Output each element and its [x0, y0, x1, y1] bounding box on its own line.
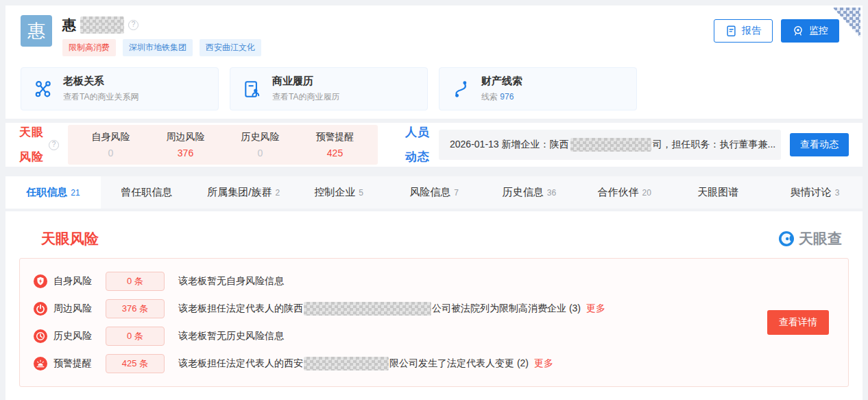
power-icon: [34, 302, 47, 316]
stat-label: 自身风险: [73, 131, 148, 143]
tab-count: 3: [835, 188, 840, 198]
tag-xian-qujiang-culture[interactable]: 西安曲江文化: [200, 39, 261, 56]
clue-icon: [452, 80, 471, 99]
profile-tab-bar: 任职信息21 曾任职信息 所属集团/族群2 控制企业5 风险信息7 历史信息36…: [5, 176, 863, 209]
tab-count: 36: [547, 188, 556, 198]
tab-group-affiliation[interactable]: 所属集团/族群2: [196, 176, 291, 209]
tianyancha-eye-icon: [779, 231, 794, 246]
tab-count: 5: [359, 188, 363, 198]
tianyan-risk-logo: 天眼 风险: [19, 114, 44, 176]
promo-card-text: 商业履历 查看TA的商业履历: [272, 75, 339, 103]
risk-text-prefix: 该老板暂无自身风险信息: [178, 275, 284, 287]
tianyan-risk-logo-line2: 风险: [19, 151, 44, 163]
tab-count: 21: [71, 188, 80, 198]
risk-row-text: 该老板暂无历史风险信息: [178, 330, 284, 342]
tab-controlled-companies[interactable]: 控制企业5: [291, 176, 387, 209]
tab-count: 2: [275, 188, 280, 198]
risk-text-prefix: 该老板担任法定代表人的西安: [178, 357, 303, 370]
redacted-company-blur: [304, 357, 389, 370]
stat-history-risk[interactable]: 历史风险 0: [223, 131, 298, 158]
alarm-icon: [34, 357, 47, 370]
promo-card-title: 老板关系: [63, 75, 138, 88]
monitor-button[interactable]: 监控: [781, 19, 839, 43]
risk-row-peripheral: 周边风险 376 条 该老板担任法定代表人的陕西 公司被法院列为限制高消费企业 …: [34, 295, 684, 322]
view-dynamics-button[interactable]: 查看动态: [790, 133, 849, 156]
content-head: 天眼风险 天眼查: [5, 229, 863, 248]
shield-bolt-icon: [34, 274, 47, 288]
tab-label: 天眼图谱: [697, 186, 738, 199]
dynamics-news-prefix: 2026-01-13 新增企业：陕西: [450, 139, 569, 151]
redacted-company-blur: [570, 138, 651, 152]
tags-row: 限制高消费 深圳市地铁集团 西安曲江文化: [62, 39, 261, 56]
tab-label: 历史信息: [503, 186, 544, 199]
more-link[interactable]: 更多: [534, 357, 553, 370]
redacted-company-blur: [304, 302, 431, 316]
report-document-icon: [725, 25, 737, 37]
risk-help-icon[interactable]: ?: [49, 140, 59, 150]
tab-risk-info[interactable]: 风险信息7: [387, 176, 482, 209]
risk-summary-band: 天眼 风险 ? 自身风险 0 周边风险 376 历史风险 0 预警提醒 425 …: [5, 123, 863, 167]
view-details-button[interactable]: 查看详情: [767, 310, 829, 335]
more-link[interactable]: 更多: [586, 303, 605, 315]
avatar: 惠: [21, 15, 52, 47]
card-boss-relations[interactable]: 老板关系 查看TA的商业关系网: [21, 67, 219, 110]
stat-label: 周边风险: [148, 131, 223, 143]
personnel-dynamics-logo-line1: 人员: [405, 126, 430, 139]
stat-warning-reminder[interactable]: 预警提醒 425: [298, 131, 372, 158]
dynamics-news-box: 2026-01-13 新增企业：陕西 司，担任职务：执行董事兼...: [439, 130, 781, 160]
name-row: 惠 ?: [62, 15, 261, 34]
promo-card-subtitle: 查看TA的商业关系网: [63, 91, 138, 103]
report-button[interactable]: 报告: [714, 19, 773, 43]
risk-row-text: 该老板担任法定代表人的西安 限公司发生了法定代表人变更 (2) 更多: [178, 357, 553, 370]
risk-count-badge: 425 条: [106, 354, 165, 373]
tab-history-info[interactable]: 历史信息36: [481, 176, 577, 209]
promo-card-text: 老板关系 查看TA的商业关系网: [63, 75, 138, 103]
risk-stats-box: 自身风险 0 周边风险 376 历史风险 0 预警提醒 425: [68, 125, 378, 165]
tag-shenzhen-metro-group[interactable]: 深圳市地铁集团: [123, 39, 193, 56]
risk-content-card: 天眼风险 天眼查 自身风险 0 条 该老板暂无自身风险信息: [5, 211, 863, 400]
network-icon: [34, 80, 53, 99]
risk-count-badge: 0 条: [106, 272, 165, 291]
risk-row-label: 自身风险: [53, 275, 97, 287]
header-info: 惠 ? 限制高消费 深圳市地铁集团 西安曲江文化: [62, 15, 261, 56]
stat-value: 0: [223, 148, 298, 158]
name-help-icon[interactable]: ?: [128, 20, 138, 30]
tab-tianyan-graph[interactable]: 天眼图谱: [672, 176, 767, 209]
tab-count: 20: [642, 188, 651, 198]
risk-row-history: 历史风险 0 条 该老板暂无历史风险信息: [34, 322, 684, 350]
promo-card-text: 财产线索 线索 976: [481, 75, 522, 103]
page: 惠 惠 ? 限制高消费 深圳市地铁集团 西安曲江文化 报告: [0, 0, 868, 400]
resume-icon: [243, 80, 262, 99]
tag-consumption-restriction[interactable]: 限制高消费: [62, 39, 116, 56]
risk-row-self: 自身风险 0 条 该老板暂无自身风险信息: [34, 268, 684, 295]
tab-partners[interactable]: 合作伙伴20: [577, 176, 672, 209]
risk-row-label: 历史风险: [53, 330, 97, 342]
person-name: 惠: [62, 16, 76, 34]
clue-count-label: 线索: [481, 92, 498, 102]
personnel-dynamics-logo: 人员 动态: [405, 114, 430, 176]
risk-row-label: 周边风险: [53, 303, 97, 315]
stat-peripheral-risk[interactable]: 周边风险 376: [148, 131, 223, 158]
monitor-camera-icon: [792, 25, 804, 37]
promo-card-title: 财产线索: [481, 75, 522, 88]
stat-self-risk[interactable]: 自身风险 0: [73, 131, 148, 158]
risk-row-warning: 预警提醒 425 条 该老板担任法定代表人的西安 限公司发生了法定代表人变更 (…: [34, 350, 684, 377]
stat-label: 预警提醒: [298, 131, 372, 143]
tab-positions[interactable]: 任职信息21: [5, 176, 101, 209]
tianyan-risk-logo-line1: 天眼: [19, 126, 44, 139]
section-title: 天眼风险: [41, 229, 99, 248]
tianyancha-brand-logo: 天眼查: [779, 229, 842, 248]
risk-row-label: 预警提醒: [53, 357, 97, 370]
header-actions: 报告 监控: [714, 19, 839, 43]
risk-row-text: 该老板担任法定代表人的陕西 公司被法院列为限制高消费企业 (3) 更多: [178, 302, 605, 316]
promo-cards-row: 老板关系 查看TA的商业关系网 商业履历 查看TA的商业履历 财产线索: [21, 67, 847, 110]
tianyancha-brand-text: 天眼查: [799, 229, 842, 248]
tab-public-opinion[interactable]: 舆情讨论3: [767, 176, 863, 209]
tab-former-positions[interactable]: 曾任职信息: [101, 176, 196, 209]
tab-label: 曾任职信息: [121, 186, 172, 199]
risk-text-prefix: 该老板担任法定代表人的陕西: [178, 303, 303, 315]
card-property-clues[interactable]: 财产线索 线索 976: [439, 67, 637, 110]
risk-row-text: 该老板暂无自身风险信息: [178, 275, 284, 287]
card-business-resume[interactable]: 商业履历 查看TA的商业履历: [230, 67, 428, 110]
risk-detail-panel: 自身风险 0 条 该老板暂无自身风险信息 周边风险 376 条 该老板担任法定代…: [19, 258, 849, 387]
